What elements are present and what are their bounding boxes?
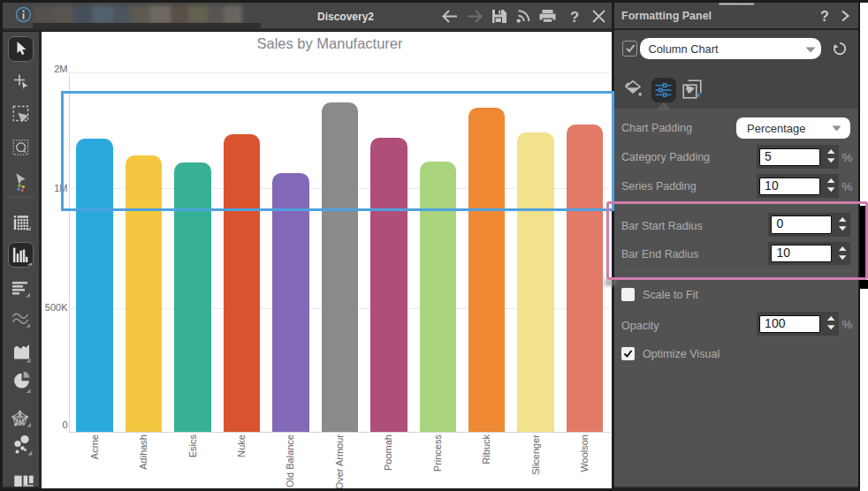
- svg-text:?: ?: [570, 9, 579, 25]
